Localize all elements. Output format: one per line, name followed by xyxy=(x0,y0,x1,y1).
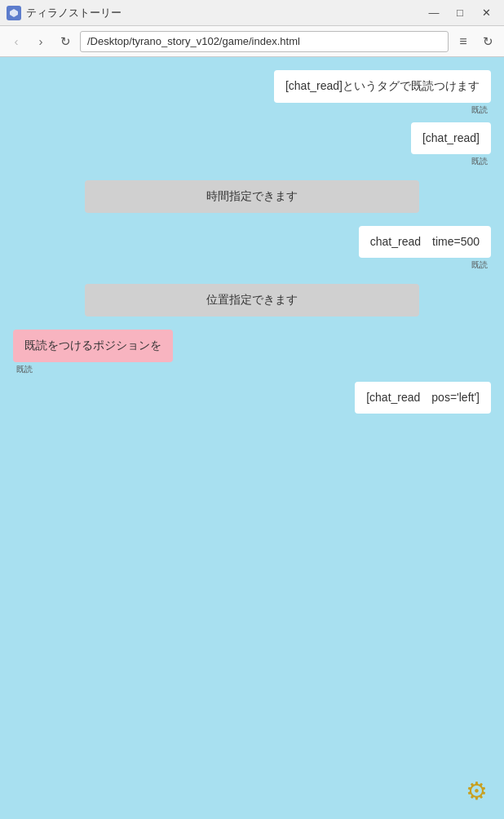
bubble-7: [chat_read pos='left'] xyxy=(355,382,491,414)
close-button[interactable]: ✕ xyxy=(475,5,497,21)
message-row-2: [chat_read] 既読 xyxy=(13,122,491,168)
read-label-2: 既読 xyxy=(471,156,488,167)
maximize-button[interactable]: □ xyxy=(449,5,471,21)
message-row-4: chat_read time=500 既読 xyxy=(13,226,491,272)
address-input[interactable] xyxy=(80,31,449,52)
message-row-3: 時間指定できます xyxy=(13,180,491,213)
message-row-7: [chat_read pos='left'] xyxy=(13,382,491,414)
bubble-1: [chat_read]というタグで既読つけます xyxy=(274,70,491,103)
bubble-6: 既読をつけるポジションを xyxy=(13,330,173,362)
message-row-5: 位置指定できます xyxy=(13,284,491,317)
bubble-4: chat_read time=500 xyxy=(359,226,491,259)
reload-button[interactable]: ↻ xyxy=(55,32,75,51)
bubble-5: 位置指定できます xyxy=(85,284,419,317)
message-row-6: 既読をつけるポジションを 既読 xyxy=(13,330,491,375)
title-bar: ティラノストーリー — □ ✕ xyxy=(0,0,504,26)
bubble-2: [chat_read] xyxy=(411,122,491,155)
bubble-text-3: 時間指定できます xyxy=(206,189,298,202)
bubble-text-6: 既読をつけるポジションを xyxy=(24,339,161,352)
app-icon xyxy=(7,6,21,20)
svg-marker-0 xyxy=(10,9,18,17)
reload-button-2[interactable]: ↻ xyxy=(478,32,497,51)
bubble-text-5: 位置指定できます xyxy=(206,293,298,306)
bubble-text-7: [chat_read pos='left'] xyxy=(366,391,480,404)
bubble-text-4: chat_read time=500 xyxy=(370,235,480,248)
window-title: ティラノストーリー xyxy=(26,6,422,20)
gear-icon: ⚙ xyxy=(466,779,488,804)
read-label-1: 既読 xyxy=(471,104,488,116)
address-bar: ‹ › ↻ ≡ ↻ xyxy=(0,26,504,57)
bubble-text-1: [chat_read]というタグで既読つけます xyxy=(285,79,480,92)
chat-messages: [chat_read]というタグで既読つけます 既読 [chat_read] 既… xyxy=(13,70,491,414)
chat-area: [chat_read]というタグで既読つけます 既読 [chat_read] 既… xyxy=(0,57,504,819)
menu-button[interactable]: ≡ xyxy=(453,32,473,51)
gear-icon-button[interactable]: ⚙ xyxy=(462,777,491,806)
forward-button[interactable]: › xyxy=(31,32,51,51)
read-label-6: 既読 xyxy=(16,364,33,375)
back-button[interactable]: ‹ xyxy=(7,32,26,51)
bubble-text-2: [chat_read] xyxy=(422,131,480,144)
message-row-1: [chat_read]というタグで既読つけます 既読 xyxy=(13,70,491,116)
bubble-3: 時間指定できます xyxy=(85,180,419,213)
minimize-button[interactable]: — xyxy=(422,5,445,21)
read-label-4: 既読 xyxy=(471,259,488,271)
window-controls: — □ ✕ xyxy=(422,5,497,21)
